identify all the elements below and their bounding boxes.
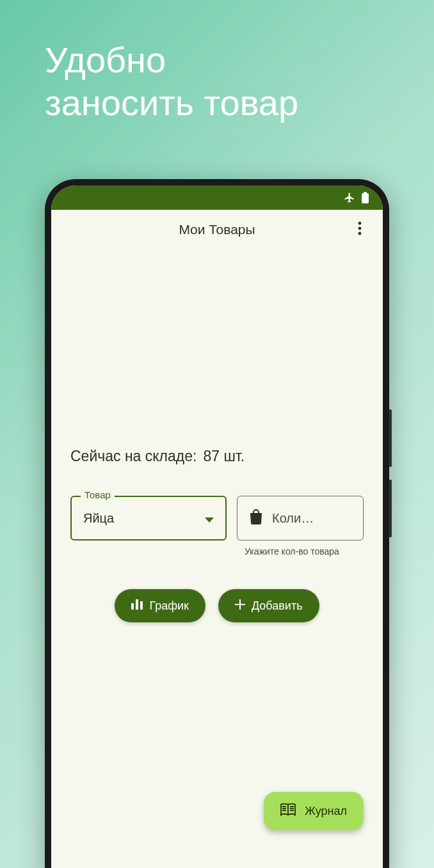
bar-chart-icon [131, 599, 143, 613]
stock-label: Сейчас на складе: [70, 448, 197, 465]
product-select-label: Товар [81, 489, 115, 500]
promo-line-2: заносить товар [45, 81, 298, 124]
svg-rect-9 [235, 604, 245, 605]
airplane-mode-icon [344, 192, 355, 203]
product-select-value: Яйца [83, 511, 114, 526]
product-select[interactable]: Товар Яйца [70, 496, 227, 541]
svg-rect-6 [136, 599, 138, 610]
chart-button-label: График [149, 599, 189, 613]
device-frame: Мои Товары Сейчас на складе: 87 шт. Това… [45, 179, 389, 868]
more-menu-button[interactable] [347, 217, 373, 242]
battery-icon [362, 192, 369, 203]
more-vert-icon [358, 221, 362, 239]
chart-button[interactable]: График [115, 589, 205, 622]
page-title: Мои Товары [179, 222, 255, 237]
content-area: Сейчас на складе: 87 шт. Товар Яйца [51, 249, 383, 868]
bag-icon [249, 509, 263, 528]
svg-point-4 [358, 232, 362, 235]
quantity-helper-text: Укажите кол-во товара [245, 546, 353, 557]
journal-fab-label: Журнал [305, 805, 347, 818]
svg-rect-1 [364, 192, 367, 194]
promo-headline: Удобно заносить товар [45, 38, 298, 124]
action-buttons-row: График Добавить [70, 589, 364, 622]
stock-value: 87 шт. [203, 448, 245, 465]
quantity-column: Коли… Укажите кол-во товара [237, 496, 364, 557]
screen: Мои Товары Сейчас на складе: 87 шт. Това… [51, 185, 383, 868]
add-button[interactable]: Добавить [218, 589, 319, 622]
svg-rect-0 [362, 193, 369, 203]
svg-point-2 [358, 221, 362, 225]
device-side-button [389, 409, 392, 467]
quantity-input[interactable]: Коли… [237, 496, 364, 541]
plus-icon [235, 599, 245, 613]
promo-line-1: Удобно [45, 38, 298, 81]
device-side-button [389, 480, 392, 537]
svg-rect-5 [131, 603, 134, 610]
add-button-label: Добавить [252, 599, 303, 613]
journal-fab[interactable]: Журнал [264, 792, 364, 830]
status-bar [51, 185, 383, 210]
dropdown-arrow-icon [205, 511, 214, 526]
quantity-placeholder: Коли… [272, 511, 351, 526]
form-row: Товар Яйца Коли… Укажите кол-во товара [70, 496, 364, 557]
svg-rect-7 [140, 601, 143, 610]
svg-point-3 [358, 226, 362, 230]
book-icon [280, 803, 296, 819]
app-bar: Мои Товары [51, 210, 383, 249]
stock-summary: Сейчас на складе: 87 шт. [70, 448, 364, 465]
